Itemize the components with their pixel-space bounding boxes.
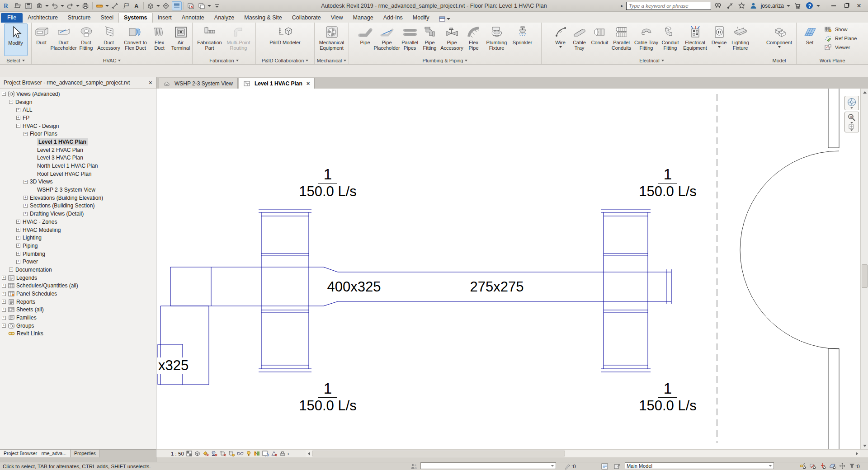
tree-node-sheets[interactable]: Sheets (all): [0, 306, 156, 314]
undo-dropdown-icon[interactable]: [61, 5, 64, 7]
tree-node-lighting[interactable]: Lighting: [0, 234, 156, 242]
tree-node-3d-views[interactable]: 3D Views: [0, 178, 156, 186]
project-browser-close-icon[interactable]: ×: [149, 79, 152, 86]
scroll-up-arrow[interactable]: [861, 89, 868, 96]
tree-node-all[interactable]: ALL: [0, 106, 156, 114]
temporary-hide-isolate-icon[interactable]: [237, 451, 244, 456]
pipe-button[interactable]: Pipe: [356, 24, 374, 56]
tree-node-hvac-modeling[interactable]: HVAC Modeling: [0, 226, 156, 234]
tree-node-level2-hvac-plan[interactable]: Level 2 HVAC Plan: [0, 146, 156, 154]
conduit-button[interactable]: Conduit: [590, 24, 610, 56]
show-work-plane-button[interactable]: Show: [823, 25, 859, 33]
sync-with-central-icon[interactable]: [34, 1, 44, 10]
steering-wheel-button[interactable]: [844, 96, 859, 110]
tree-node-level3-hvac-plan[interactable]: Level 3 HVAC Plan: [0, 154, 156, 162]
tab-view[interactable]: View: [326, 13, 348, 23]
modify-button[interactable]: Modify: [4, 24, 28, 56]
print-icon[interactable]: [80, 1, 90, 10]
duct-fitting-button[interactable]: Duct Fitting: [76, 24, 96, 56]
component-button[interactable]: Component: [765, 24, 794, 56]
flow-tag-bottom-left[interactable]: 1 150.0 L/s: [285, 381, 371, 414]
active-only-icon[interactable]: [614, 462, 621, 470]
help-icon[interactable]: ?: [805, 1, 814, 10]
signed-in-user[interactable]: jose.ariza: [761, 3, 784, 9]
visual-style-icon[interactable]: [194, 451, 200, 456]
tab-properties[interactable]: Properties: [71, 450, 100, 457]
lighting-fixture-button[interactable]: Lighting Fixture: [729, 24, 752, 56]
flex-duct-button[interactable]: Flex Duct: [150, 24, 170, 56]
view-scale[interactable]: 1 : 50: [171, 451, 184, 456]
tab-file[interactable]: File: [1, 13, 23, 23]
flow-tag-top-left[interactable]: 1 150.0 L/s: [285, 166, 371, 200]
select-links-icon[interactable]: [799, 463, 806, 470]
tree-node-documentation[interactable]: Documentation: [0, 266, 156, 274]
duct-button[interactable]: Duct: [32, 24, 51, 56]
pipe-placeholder-button[interactable]: Pipe Placeholder: [374, 24, 400, 56]
tree-node-views[interactable]: Views (Advanced): [0, 90, 156, 98]
horizontal-scrollbar[interactable]: [306, 450, 860, 457]
text-icon[interactable]: A: [132, 1, 142, 10]
reveal-constraints-icon[interactable]: [279, 451, 285, 456]
tab-steel[interactable]: Steel: [96, 13, 119, 23]
set-work-plane-button[interactable]: Set: [799, 24, 820, 56]
vertical-scroll-thumb[interactable]: [862, 264, 868, 288]
ref-plane-button[interactable]: Ref Plane: [823, 34, 859, 42]
tree-node-power[interactable]: Power: [0, 258, 156, 266]
panel-hvac-label[interactable]: HVAC: [32, 57, 192, 64]
shadows-icon[interactable]: [211, 451, 217, 456]
horizontal-scroll-thumb[interactable]: [312, 451, 565, 456]
switch-windows-dropdown-icon[interactable]: [208, 5, 211, 7]
project-browser-header[interactable]: Project Browser - rme_advanced_sample_pr…: [0, 77, 156, 89]
tree-node-schedules[interactable]: Schedules/Quantities (all): [0, 282, 156, 290]
tab-architecture[interactable]: Architecture: [23, 13, 63, 23]
selection-filter[interactable]: :0: [849, 462, 860, 470]
tree-node-wshp-system-view[interactable]: WSHP 2-3 System View: [0, 186, 156, 194]
tab-structure[interactable]: Structure: [63, 13, 96, 23]
tab-project-browser[interactable]: Project Browser - rme_adva...: [0, 450, 71, 457]
tree-node-elevations[interactable]: Elevations (Building Elevation): [0, 194, 156, 202]
undo-icon[interactable]: [50, 1, 60, 10]
vcb-collapse-icon[interactable]: ‹: [288, 451, 289, 457]
viewer-button[interactable]: Viewer: [823, 43, 859, 52]
scroll-left-arrow[interactable]: [306, 450, 312, 457]
parallel-conduits-button[interactable]: Parallel Conduits: [610, 24, 633, 56]
exchange-apps-icon[interactable]: [793, 1, 802, 10]
switch-windows-icon[interactable]: [197, 1, 207, 10]
user-avatar-icon[interactable]: [749, 1, 758, 10]
select-pinned-icon[interactable]: [819, 463, 826, 470]
tab-modify[interactable]: Modify: [408, 13, 434, 23]
tab-manage[interactable]: Manage: [348, 13, 378, 23]
temporary-view-properties-icon[interactable]: [262, 451, 269, 456]
vertical-scrollbar[interactable]: [860, 89, 868, 449]
tree-node-revit-links[interactable]: Revit Links: [0, 330, 156, 338]
user-dropdown-icon[interactable]: [787, 5, 790, 7]
restore-button[interactable]: [840, 1, 853, 11]
duct-accessory-button[interactable]: Duct Accessory: [96, 24, 122, 56]
panel-pid-label[interactable]: P&ID Collaboration: [256, 57, 314, 64]
tree-node-groups[interactable]: Groups: [0, 322, 156, 330]
tree-node-families[interactable]: Families: [0, 314, 156, 322]
close-button[interactable]: ×: [853, 1, 865, 11]
minimize-button[interactable]: [827, 1, 840, 11]
communication-center-icon[interactable]: [726, 1, 735, 10]
help-dropdown-icon[interactable]: [816, 5, 820, 7]
sprinkler-button[interactable]: Sprinkler: [511, 24, 534, 56]
design-options-icon[interactable]: [601, 462, 608, 470]
tree-node-floor-plans[interactable]: Floor Plans: [0, 130, 156, 138]
tree-node-hvac-design[interactable]: HVAC - Design: [0, 122, 156, 130]
tree-node-piping[interactable]: Piping: [0, 242, 156, 250]
select-by-face-icon[interactable]: [829, 463, 836, 470]
measure-icon[interactable]: [94, 1, 104, 10]
tab-add-ins[interactable]: Add-Ins: [378, 13, 408, 23]
scroll-down-arrow[interactable]: [861, 442, 868, 449]
select-underlay-icon[interactable]: [809, 463, 816, 470]
tab-systems[interactable]: Systems: [118, 13, 152, 23]
tab-analyze[interactable]: Analyze: [209, 13, 239, 23]
tree-node-reports[interactable]: Reports: [0, 298, 156, 306]
conduit-fitting-button[interactable]: Conduit Fitting: [660, 24, 681, 56]
open-icon[interactable]: [13, 1, 23, 10]
tree-node-north-level1-hvac-plan[interactable]: North Level 1 HVAC Plan: [0, 162, 156, 170]
tab-insert[interactable]: Insert: [153, 13, 177, 23]
scroll-right-arrow[interactable]: [854, 450, 860, 457]
plumbing-fixture-button[interactable]: Plumbing Fixture: [483, 24, 511, 56]
